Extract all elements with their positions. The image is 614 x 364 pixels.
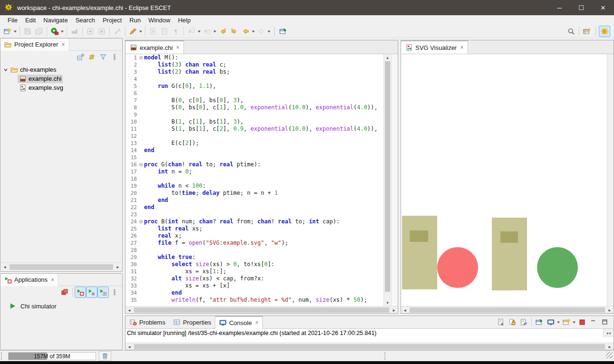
svg-hscrollbar[interactable]: ◂ ▸	[401, 306, 614, 313]
menu-file[interactable]: File	[4, 16, 21, 25]
tab-problems[interactable]: Problems	[125, 316, 169, 329]
code-line-35[interactable]: 35 writeln(f, "attr buf%d.height = %d", …	[125, 297, 384, 304]
play-stop-button[interactable]	[75, 287, 86, 298]
view-menu-button[interactable]	[109, 287, 120, 298]
collapse-frame-button[interactable]	[96, 26, 107, 37]
close-icon[interactable]: ×	[51, 277, 54, 283]
scroll-lock-button[interactable]	[507, 316, 518, 328]
tree-label-wrap[interactable]: example.chi	[18, 75, 63, 83]
scroll-thumb[interactable]	[410, 307, 605, 313]
code-line-16[interactable]: 16⊖proc G(chan! real to; real ptime):	[125, 161, 384, 168]
filter-button[interactable]	[97, 51, 109, 63]
svg-vscrollbar[interactable]	[607, 54, 614, 306]
tree-item-example-chi[interactable]: example.chi	[0, 74, 121, 83]
scroll-left-icon[interactable]: ◂	[125, 344, 133, 349]
tab-example-chi[interactable]: example.chi ×	[125, 40, 184, 54]
min-view-button[interactable]	[588, 316, 599, 328]
scroll-thumb[interactable]	[385, 61, 390, 292]
code-line-15[interactable]: 15	[125, 154, 384, 161]
escet-perspective-button[interactable]: E	[599, 26, 610, 37]
save-button[interactable]	[22, 26, 33, 37]
code-line-13[interactable]: 13 E(c[2]);	[125, 140, 384, 147]
scroll-right-icon[interactable]: ▸	[390, 307, 398, 313]
pilcrow-button[interactable]: ¶	[170, 26, 182, 37]
tab-console[interactable]: Console×	[215, 316, 263, 329]
editor-hscrollbar[interactable]: ◂ ▸	[125, 306, 398, 313]
dropdown-caret-icon[interactable]	[13, 26, 18, 37]
scroll-right-icon[interactable]: ▸	[606, 344, 614, 349]
code-line-14[interactable]: 14end	[125, 147, 384, 154]
console-hscrollbar[interactable]: ◂ ▸	[125, 343, 614, 350]
scroll-left-icon[interactable]: ◂	[1, 264, 9, 269]
close-icon[interactable]: ×	[460, 44, 463, 51]
terminate-button[interactable]	[576, 316, 588, 328]
fold-collapse-icon[interactable]: ⊖	[138, 218, 144, 225]
code-line-9[interactable]: 9	[125, 111, 384, 118]
editor-vscrollbar[interactable]: ▴ ▾	[384, 54, 391, 306]
code-line-1[interactable]: 1⊖model M():	[125, 54, 384, 61]
max-view-button[interactable]	[599, 316, 611, 328]
scroll-thumb[interactable]	[10, 264, 113, 270]
pen-button[interactable]	[127, 26, 139, 37]
tree-label-wrap[interactable]: example.svg	[18, 84, 65, 92]
code-line-18[interactable]: 18	[125, 175, 384, 182]
menu-run[interactable]: Run	[125, 16, 144, 25]
code-line-17[interactable]: 17 int n = 0;	[125, 168, 384, 175]
menu-help[interactable]: Help	[174, 16, 194, 25]
annot-next-button[interactable]	[186, 26, 197, 37]
tree-item-chi-examples[interactable]: chi-examples	[0, 65, 121, 74]
play-plus-button[interactable]	[97, 287, 109, 298]
pin-editor-button[interactable]	[278, 26, 289, 37]
close-icon[interactable]: ×	[176, 44, 179, 51]
dropdown-caret-icon[interactable]	[572, 316, 576, 328]
terminate-all-button[interactable]	[59, 287, 70, 298]
dropdown-caret-icon[interactable]	[197, 26, 201, 37]
code-line-5[interactable]: 5 run G(c[0], 1.1),	[125, 83, 384, 90]
code-line-19[interactable]: 19 while n < 100:	[125, 182, 384, 190]
fold-collapse-icon[interactable]: ⊖	[138, 161, 144, 168]
edit-loc-back-button[interactable]	[217, 26, 229, 37]
application-item-chi-simulator[interactable]: Chi simulator	[9, 302, 122, 310]
code-line-2[interactable]: 2 list(3) chan real c;	[125, 61, 384, 68]
code-line-11[interactable]: 11 S(1, bs[1], c[2], 0.9, exponential(10…	[125, 125, 384, 133]
tab-applications[interactable]: Applications ×	[0, 274, 58, 286]
search-button[interactable]	[566, 26, 577, 37]
menu-edit[interactable]: Edit	[21, 16, 39, 25]
dropdown-caret-icon[interactable]	[139, 26, 143, 37]
code-line-30[interactable]: 30 select size(xs) > 0, to!xs[0]:	[125, 261, 384, 268]
scroll-thumb[interactable]	[134, 344, 605, 349]
run-tool-button[interactable]	[49, 26, 60, 37]
build-button[interactable]	[69, 26, 80, 37]
collapse-all-button[interactable]	[75, 51, 86, 63]
wrench-button[interactable]	[112, 26, 123, 37]
code-line-24[interactable]: 24⊖proc B(int num; chan? real from; chan…	[125, 218, 384, 225]
play-x-button[interactable]	[86, 287, 97, 298]
tab-project-explorer[interactable]: Project Explorer ×	[0, 38, 69, 51]
menu-project[interactable]: Project	[99, 16, 125, 25]
maximize-button[interactable]: ☐	[570, 0, 592, 15]
code-line-4[interactable]: 4	[125, 76, 384, 83]
code-line-7[interactable]: 7 B(0, c[0], bs[0], 3),	[125, 97, 384, 104]
scroll-up-icon[interactable]: ▴	[384, 54, 391, 61]
annot-prev-button[interactable]	[201, 26, 213, 37]
code-line-10[interactable]: 10 B(1, c[1], bs[1], 3),	[125, 118, 384, 125]
tree-item-example-svg[interactable]: example.svg	[0, 83, 121, 92]
dropdown-caret-icon[interactable]	[213, 26, 217, 37]
code-line-28[interactable]: 28	[125, 247, 384, 254]
display-console-button[interactable]	[545, 316, 556, 328]
back-button[interactable]	[240, 26, 251, 37]
scroll-right-icon[interactable]: ▸	[606, 307, 614, 313]
open-perspective-button[interactable]	[581, 26, 593, 37]
code-line-22[interactable]: 22end	[125, 204, 384, 211]
pin-console-button[interactable]	[534, 316, 545, 328]
code-line-3[interactable]: 3 list(2) chan real bs;	[125, 68, 384, 76]
code-line-20[interactable]: 20 to!time; delay ptime; n = n + 1	[125, 190, 384, 197]
save-all-button[interactable]	[33, 26, 45, 37]
new-wizard-button[interactable]	[2, 26, 13, 37]
word-wrap-button[interactable]	[518, 316, 529, 328]
code-line-29[interactable]: 29 while true:	[125, 254, 384, 261]
menu-window[interactable]: Window	[144, 16, 174, 25]
chevron-down-icon[interactable]	[2, 67, 9, 72]
code-line-31[interactable]: 31 xs = xs[1:];	[125, 268, 384, 275]
code-line-32[interactable]: 32 alt size(xs) < cap, from?x:	[125, 275, 384, 282]
